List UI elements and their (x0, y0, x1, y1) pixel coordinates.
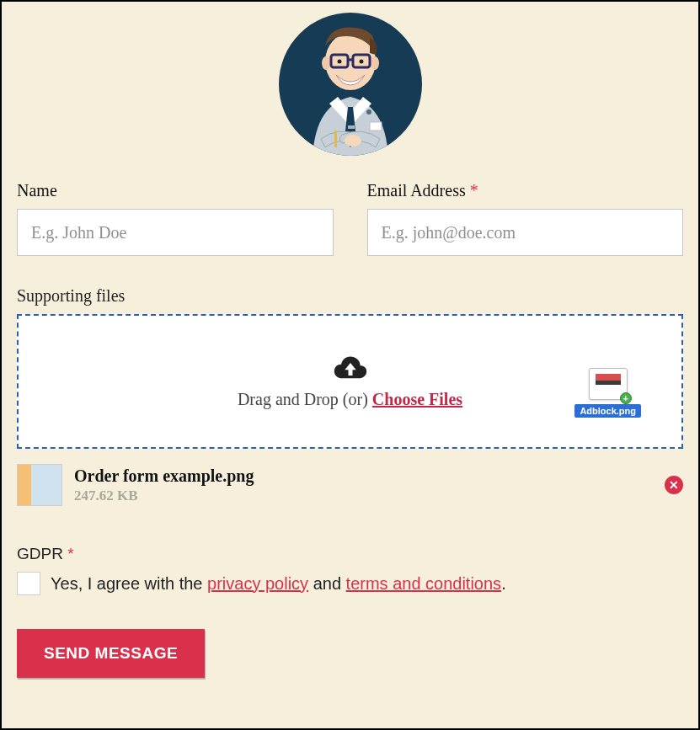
cloud-upload-icon (334, 354, 367, 380)
add-plus-icon: + (620, 392, 632, 404)
supporting-files-label: Supporting files (17, 286, 683, 306)
dragged-file-thumb: + (589, 368, 628, 400)
svg-point-6 (337, 60, 341, 64)
svg-rect-8 (348, 125, 355, 129)
gdpr-label: GDPR * (17, 545, 683, 563)
name-label: Name (17, 181, 334, 200)
dragged-file-preview: + Adblock.png (574, 368, 641, 418)
svg-point-2 (371, 56, 379, 70)
uploaded-file-row: Order form example.png 247.62 KB ✕ (17, 464, 683, 506)
svg-rect-12 (334, 131, 337, 147)
uploaded-file-thumb (17, 464, 62, 506)
dropzone-text: Drag and Drop (or) Choose Files (238, 390, 462, 409)
terms-link[interactable]: terms and conditions (346, 574, 502, 593)
required-marker: * (470, 181, 478, 200)
avatar-container (17, 13, 683, 156)
svg-point-11 (366, 109, 371, 115)
email-label: Email Address * (367, 181, 684, 200)
svg-point-9 (345, 135, 361, 147)
svg-point-7 (359, 60, 363, 64)
file-dropzone[interactable]: Drag and Drop (or) Choose Files + Adbloc… (17, 314, 683, 449)
send-message-button[interactable]: SEND MESSAGE (17, 629, 205, 678)
svg-rect-10 (370, 122, 382, 131)
svg-point-1 (322, 56, 330, 70)
avatar (279, 13, 422, 156)
uploaded-file-size: 247.62 KB (74, 488, 254, 504)
uploaded-file-name: Order form example.png (74, 466, 254, 486)
privacy-policy-link[interactable]: privacy policy (207, 574, 308, 593)
gdpr-consent-text: Yes, I agree with the privacy policy and… (51, 574, 506, 594)
gdpr-checkbox[interactable] (17, 572, 40, 595)
dragged-file-name: Adblock.png (574, 404, 641, 418)
required-marker: * (67, 545, 73, 562)
email-field-group: Email Address * (367, 181, 684, 256)
name-field-group: Name (17, 181, 334, 256)
email-input[interactable] (367, 209, 684, 256)
name-input[interactable] (17, 209, 334, 256)
close-icon: ✕ (669, 478, 679, 492)
remove-file-button[interactable]: ✕ (665, 476, 683, 494)
choose-files-link[interactable]: Choose Files (372, 390, 462, 408)
